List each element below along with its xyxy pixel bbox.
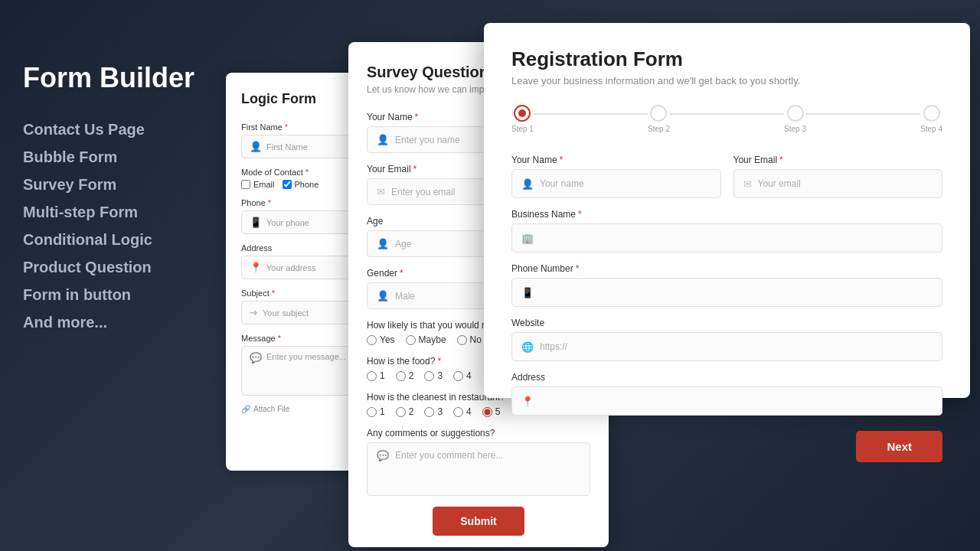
business-name-input[interactable]: 🏢 bbox=[511, 223, 942, 253]
email-checkbox[interactable]: Email bbox=[241, 180, 275, 189]
address-field: Address 📍 bbox=[511, 372, 942, 416]
name-email-row: Your Name* 👤 Your name Your Email* ✉ You… bbox=[511, 155, 942, 198]
list-item: Form in button bbox=[23, 281, 194, 308]
recommend-yes[interactable]: Yes bbox=[367, 334, 395, 345]
list-item: Bubble Form bbox=[23, 143, 194, 171]
list-item: And more... bbox=[23, 308, 194, 336]
step-3-label: Step 3 bbox=[784, 125, 806, 133]
steps-row: Step 1 Step 2 Step 3 Step 4 bbox=[511, 105, 942, 133]
step-4: Step 4 bbox=[920, 105, 942, 133]
list-item: Contact Us Page bbox=[23, 116, 194, 143]
list-item: Conditional Logic bbox=[23, 226, 194, 253]
recommend-maybe[interactable]: Maybe bbox=[406, 334, 446, 345]
address-input[interactable]: 📍 bbox=[511, 386, 942, 416]
next-button[interactable]: Next bbox=[856, 431, 942, 462]
phone-checkbox[interactable]: Phone bbox=[283, 180, 319, 189]
your-name-input[interactable]: 👤 Your name bbox=[511, 169, 721, 198]
sq-comments-textarea[interactable]: 💬 Enter you comment here... bbox=[367, 442, 590, 496]
phone-number-label: Phone Number* bbox=[511, 263, 942, 274]
clean-1[interactable]: 1 bbox=[367, 406, 385, 417]
list-item: Survey Form bbox=[23, 171, 194, 198]
step-2: Step 2 bbox=[648, 105, 670, 133]
clean-2[interactable]: 2 bbox=[396, 406, 414, 417]
website-field: Website 🌐 https:// bbox=[511, 318, 942, 361]
your-name-field: Your Name* 👤 Your name bbox=[511, 155, 721, 198]
food-4[interactable]: 4 bbox=[453, 370, 472, 381]
step-line-1-2 bbox=[534, 113, 648, 115]
food-1[interactable]: 1 bbox=[367, 370, 385, 381]
step-1-circle bbox=[514, 105, 531, 122]
address-label: Address bbox=[511, 372, 942, 383]
sq-comments-label: Any comments or suggestions? bbox=[367, 428, 590, 439]
step-line-3-4 bbox=[806, 113, 920, 115]
clean-5[interactable]: 5 bbox=[482, 406, 501, 417]
step-line-2-3 bbox=[670, 113, 784, 115]
business-name-field: Business Name* 🏢 bbox=[511, 209, 942, 253]
reg-form-title: Registration Form bbox=[511, 47, 942, 71]
business-name-label: Business Name* bbox=[511, 209, 942, 220]
your-email-field: Your Email* ✉ Your email bbox=[733, 155, 943, 198]
registration-form-card: Registration Form Leave your business in… bbox=[484, 23, 970, 398]
sidebar-text-section: Form Builder Contact Us Page Bubble Form… bbox=[23, 61, 194, 336]
website-label: Website bbox=[511, 318, 942, 328]
phone-number-input[interactable]: 📱 bbox=[511, 278, 942, 307]
list-item: Multi-step Form bbox=[23, 198, 194, 226]
step-1: Step 1 bbox=[511, 105, 534, 133]
step-3: Step 3 bbox=[784, 105, 806, 133]
list-item: Product Question bbox=[23, 253, 194, 281]
clean-3[interactable]: 3 bbox=[424, 406, 443, 417]
step-2-label: Step 2 bbox=[648, 125, 670, 133]
step-1-label: Step 1 bbox=[511, 125, 534, 133]
your-email-label: Your Email* bbox=[733, 155, 943, 165]
reg-form-subtitle: Leave your business information and we'l… bbox=[511, 75, 942, 86]
food-3[interactable]: 3 bbox=[424, 370, 443, 381]
phone-number-field: Phone Number* 📱 bbox=[511, 263, 942, 307]
main-title: Form Builder bbox=[23, 61, 194, 94]
recommend-no[interactable]: No bbox=[457, 334, 482, 345]
step-3-circle bbox=[787, 105, 804, 122]
step-4-label: Step 4 bbox=[920, 125, 942, 133]
survey-submit-button[interactable]: Submit bbox=[433, 507, 524, 536]
clean-4[interactable]: 4 bbox=[453, 406, 472, 417]
your-name-label: Your Name* bbox=[511, 155, 721, 165]
website-input[interactable]: 🌐 https:// bbox=[511, 332, 942, 361]
step-2-circle bbox=[650, 105, 667, 122]
step-4-circle bbox=[923, 105, 940, 122]
food-2[interactable]: 2 bbox=[396, 370, 414, 381]
your-email-input[interactable]: ✉ Your email bbox=[733, 169, 943, 198]
feature-list: Contact Us Page Bubble Form Survey Form … bbox=[23, 116, 194, 336]
